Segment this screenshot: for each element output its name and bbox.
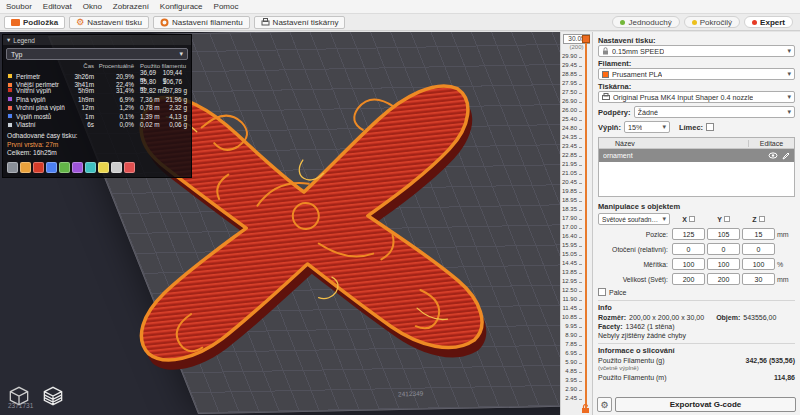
- col-percent: Procentuálně: [94, 63, 134, 69]
- layer-slider[interactable]: 30.05 (200) 29.90 29.45 28.85 27.95 27.5…: [560, 32, 592, 415]
- legend-option-toggles: [3, 159, 191, 177]
- axis-y-header: Y: [707, 216, 740, 223]
- bed-dimension-label: 2371731: [8, 402, 33, 409]
- layer-label: 6.95: [565, 350, 582, 357]
- chevron-down-icon: ▾: [662, 123, 666, 131]
- menubar: Soubor Editovat Okno Zobrazení Konfigura…: [0, 0, 800, 14]
- inches-label: Palce: [609, 289, 627, 296]
- mode-expert[interactable]: Expert: [744, 16, 793, 28]
- tab-filament-settings[interactable]: Nastavení filamentu: [153, 16, 250, 29]
- info-size-volume: Rozměr:200,00 x 200,00 x 30,00 Objem:543…: [598, 314, 795, 321]
- simple-mode-dot-icon: [620, 20, 625, 25]
- retractions-icon[interactable]: [33, 162, 44, 173]
- feature-type-dropdown[interactable]: Typ ▾: [6, 48, 188, 60]
- inches-checkbox[interactable]: [598, 288, 606, 296]
- feature-colors-icon[interactable]: [7, 162, 18, 173]
- legend-row: Vlastní 6s 0,0% 0,02 m0,06 g: [3, 121, 191, 130]
- axis-y-input[interactable]: [707, 273, 740, 285]
- feature-color-swatch: [7, 105, 13, 111]
- axis-x-input[interactable]: [672, 258, 705, 270]
- legend-row: Vnitřní výplň 5h9m 31,4% 32,82 m97,89 g: [3, 86, 191, 95]
- mode-simple[interactable]: Jednoduchý: [612, 16, 679, 28]
- layer-label: 29.90: [562, 53, 582, 60]
- legend-panel: ▾ Legend Typ ▾ Čas Procentuálně Použito …: [2, 34, 192, 178]
- custom-gcode-icon[interactable]: [111, 162, 122, 173]
- coordinates-combo[interactable]: Světové souřadnice ▾: [598, 213, 670, 225]
- tab-print-settings[interactable]: ⚙ Nastavení tisku: [69, 16, 149, 29]
- travel-moves-icon[interactable]: [20, 162, 31, 173]
- edit-icon[interactable]: [782, 152, 790, 160]
- axis-x-input[interactable]: [672, 228, 705, 240]
- layer-label: 18.95: [562, 197, 582, 204]
- color-changes-icon[interactable]: [85, 162, 96, 173]
- seams-icon[interactable]: [59, 162, 70, 173]
- printer-icon[interactable]: [124, 162, 135, 173]
- layer-label: 10.85: [562, 314, 582, 321]
- mirror-y-icon[interactable]: [724, 216, 730, 222]
- layer-slider-handle[interactable]: [582, 35, 590, 43]
- settings-tabbar: Podložka ⚙ Nastavení tisku Nastavení fil…: [0, 14, 800, 31]
- lock-icon: [602, 47, 609, 55]
- axis-y-input[interactable]: [707, 258, 740, 270]
- supports-combo[interactable]: Žádné ▾: [634, 106, 795, 118]
- mode-advanced[interactable]: Pokročilý: [684, 16, 740, 28]
- mirror-x-icon[interactable]: [689, 216, 695, 222]
- chevron-down-icon: ▾: [787, 70, 791, 78]
- axis-z-input[interactable]: [742, 243, 775, 255]
- manipulation-rows: Pozice: mm Otočení (relativní): Měřítka:…: [598, 228, 795, 285]
- menu-item[interactable]: Okno: [83, 2, 102, 11]
- legend-row: Plná výplň 1h9m 6,9% 7,36 m21,96 g: [3, 95, 191, 104]
- legend-row: Výplň mostů 1m 0,1% 1,39 m4,13 g: [3, 112, 191, 121]
- print-profile-combo[interactable]: 0.15mm SPEED ▾: [598, 45, 795, 57]
- axis-x-header: X: [672, 216, 705, 223]
- tool-changes-icon[interactable]: [72, 162, 83, 173]
- tab-printer-settings[interactable]: Nastavení tiskárny: [254, 16, 346, 29]
- mirror-z-icon[interactable]: [759, 216, 765, 222]
- edit-column-header: Editace: [748, 140, 794, 147]
- brim-label: Límec:: [679, 123, 703, 132]
- axis-z-input[interactable]: [742, 273, 775, 285]
- infill-combo[interactable]: 15% ▾: [624, 121, 670, 133]
- axis-x-input[interactable]: [672, 273, 705, 285]
- axis-y-input[interactable]: [707, 243, 740, 255]
- menu-item[interactable]: Soubor: [6, 2, 32, 11]
- layer-label: 20.45: [562, 179, 582, 186]
- layer-label: 27.50: [562, 89, 582, 96]
- object-row[interactable]: ornament: [599, 149, 794, 162]
- manipulation-title: Manipulace s objektem: [598, 202, 795, 211]
- layer-slider-track[interactable]: [585, 38, 587, 409]
- filament-spool-icon: [160, 18, 169, 27]
- printer-combo[interactable]: Original Prusa MK4 Input Shaper 0.4 nozz…: [598, 91, 795, 103]
- filament-combo[interactable]: Prusament PLA ▾: [598, 68, 795, 80]
- feature-color-swatch: [7, 87, 13, 93]
- feature-color-swatch: [7, 122, 13, 128]
- tab-plater[interactable]: Podložka: [4, 16, 65, 29]
- feature-color-swatch: [7, 73, 13, 79]
- filament-label: Filament:: [598, 59, 795, 68]
- slider-lock-icon[interactable]: [581, 404, 590, 414]
- axis-z-input[interactable]: [742, 258, 775, 270]
- menu-item[interactable]: Konfigurace: [160, 2, 203, 11]
- layer-label: 15.95: [562, 242, 582, 249]
- chevron-down-icon: ▾: [7, 36, 10, 44]
- viewport-3d[interactable]: ▾ Legend Typ ▾ Čas Procentuálně Použito …: [0, 32, 560, 415]
- axis-x-input[interactable]: [672, 243, 705, 255]
- eye-icon[interactable]: [768, 152, 778, 159]
- export-gcode-button[interactable]: Exportovat G-code: [615, 397, 796, 412]
- brim-checkbox[interactable]: [706, 123, 714, 131]
- pause-prints-icon[interactable]: [98, 162, 109, 173]
- legend-header[interactable]: ▾ Legend: [3, 35, 191, 45]
- view-cube-sliced-icon[interactable]: [40, 383, 66, 409]
- axis-y-input[interactable]: [707, 228, 740, 240]
- sidebar: Nastavení tisku: 0.15mm SPEED ▾ Filament…: [592, 32, 800, 415]
- manipulation-row: Měřítka: %: [598, 258, 795, 270]
- menu-item[interactable]: Zobrazení: [113, 2, 149, 11]
- menu-item[interactable]: Pomoc: [214, 2, 239, 11]
- advanced-mode-dot-icon: [692, 20, 697, 25]
- deretractions-icon[interactable]: [46, 162, 57, 173]
- layer-label: 15.05: [562, 251, 582, 258]
- supports-value: Žádné: [638, 108, 658, 117]
- axis-z-input[interactable]: [742, 228, 775, 240]
- export-settings-button[interactable]: ⚙: [597, 397, 612, 412]
- menu-item[interactable]: Editovat: [43, 2, 72, 11]
